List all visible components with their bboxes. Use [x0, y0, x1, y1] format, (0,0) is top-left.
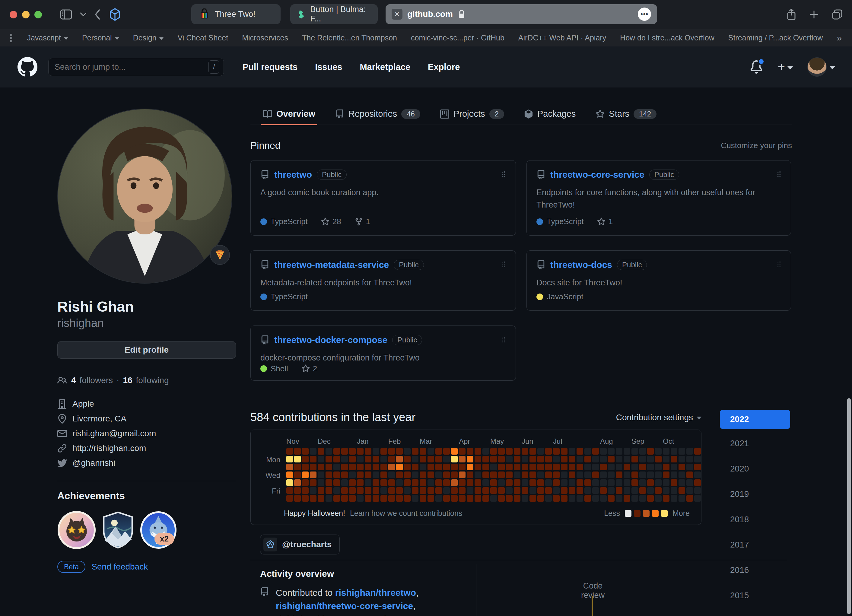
contribution-cell[interactable] — [286, 471, 293, 478]
contribution-cell[interactable] — [506, 464, 512, 470]
contribution-cell[interactable] — [616, 456, 622, 462]
contribution-cell[interactable] — [545, 487, 552, 494]
contribution-cell[interactable] — [459, 479, 465, 486]
contribution-cell[interactable] — [373, 495, 379, 502]
contribution-cell[interactable] — [467, 471, 473, 478]
contribution-cell[interactable] — [286, 479, 293, 486]
contribution-cell[interactable] — [333, 464, 340, 470]
repo-link[interactable]: threetwo-metadata-service — [274, 260, 389, 270]
contribution-cell[interactable] — [349, 495, 356, 502]
contribution-cell[interactable] — [514, 471, 520, 478]
contribution-cell[interactable] — [474, 448, 481, 454]
contribution-cell[interactable] — [678, 471, 685, 478]
contribution-cell[interactable] — [404, 479, 411, 486]
contribution-cell[interactable] — [451, 464, 458, 470]
contribution-cell[interactable] — [577, 495, 583, 502]
contribution-cell[interactable] — [482, 495, 489, 502]
contribution-cell[interactable] — [694, 456, 701, 462]
contribution-cell[interactable] — [600, 448, 607, 454]
contribution-cell[interactable] — [420, 479, 426, 486]
contribution-cell[interactable] — [694, 464, 701, 470]
contribution-cell[interactable] — [326, 487, 332, 494]
contribution-cell[interactable] — [514, 464, 520, 470]
contribution-cell[interactable] — [671, 464, 677, 470]
contribution-cell[interactable] — [655, 464, 662, 470]
contribution-cell[interactable] — [498, 456, 505, 462]
contribution-cell[interactable] — [663, 479, 669, 486]
starstruck-badge[interactable] — [57, 511, 96, 550]
contribution-cell[interactable] — [412, 456, 418, 462]
contribution-cell[interactable] — [522, 495, 528, 502]
bookmark-item[interactable]: Streaming / P...ack Overflow — [728, 33, 823, 42]
contribution-cell[interactable] — [326, 456, 332, 462]
contribution-cell[interactable] — [467, 448, 473, 454]
contributed-repo-link[interactable]: rishighan/threetwo — [335, 588, 416, 598]
contribution-cell[interactable] — [435, 464, 442, 470]
create-new-button[interactable]: + — [778, 60, 793, 74]
contribution-cell[interactable] — [529, 479, 536, 486]
contribution-cell[interactable] — [474, 479, 481, 486]
contribution-cell[interactable] — [459, 464, 465, 470]
contribution-cell[interactable] — [663, 456, 669, 462]
contribution-cell[interactable] — [302, 479, 309, 486]
contribution-cell[interactable] — [694, 495, 701, 502]
bookmark-item[interactable]: comic-vine-sc...per · GitHub — [411, 33, 505, 42]
contribution-cell[interactable] — [396, 479, 403, 486]
contribution-cell[interactable] — [412, 479, 418, 486]
contribution-cell[interactable] — [373, 448, 379, 454]
contribution-cell[interactable] — [514, 487, 520, 494]
contribution-cell[interactable] — [482, 456, 489, 462]
contribution-cell[interactable] — [428, 479, 434, 486]
contribution-cell[interactable] — [545, 479, 552, 486]
contribution-cell[interactable] — [616, 448, 622, 454]
contribution-cell[interactable] — [569, 471, 576, 478]
contribution-cell[interactable] — [286, 448, 293, 454]
contribution-cell[interactable] — [443, 456, 450, 462]
contribution-cell[interactable] — [286, 487, 293, 494]
contribution-cell[interactable] — [357, 495, 364, 502]
contribution-cell[interactable] — [522, 471, 528, 478]
contribution-cell[interactable] — [655, 471, 662, 478]
contribution-cell[interactable] — [647, 471, 654, 478]
tab-overview-icon[interactable] — [831, 9, 843, 20]
contribution-cell[interactable] — [467, 479, 473, 486]
contribution-cell[interactable] — [671, 487, 677, 494]
contribution-cell[interactable] — [420, 464, 426, 470]
contribution-cell[interactable] — [686, 456, 693, 462]
contribution-cell[interactable] — [608, 448, 615, 454]
contribution-cell[interactable] — [404, 464, 411, 470]
contribution-cell[interactable] — [694, 487, 701, 494]
contribution-cell[interactable] — [631, 464, 638, 470]
contribution-cell[interactable] — [600, 487, 607, 494]
contribution-cell[interactable] — [490, 479, 497, 486]
contribution-cell[interactable] — [671, 448, 677, 454]
contribution-cell[interactable] — [592, 495, 599, 502]
contribution-cell[interactable] — [592, 487, 599, 494]
arctic-code-vault-badge[interactable] — [101, 511, 134, 550]
contribution-cell[interactable] — [529, 495, 536, 502]
contribution-cell[interactable] — [624, 495, 630, 502]
contribution-cell[interactable] — [318, 464, 324, 470]
contribution-cell[interactable] — [381, 456, 387, 462]
contribution-cell[interactable] — [592, 464, 599, 470]
contribution-cell[interactable] — [474, 464, 481, 470]
bookmarks-overflow-icon[interactable]: » — [837, 33, 842, 43]
contribution-cell[interactable] — [537, 448, 544, 454]
contribution-cell[interactable] — [592, 456, 599, 462]
contribution-cell[interactable] — [522, 487, 528, 494]
contribution-cell[interactable] — [545, 456, 552, 462]
tab-repositories[interactable]: Repositories46 — [335, 103, 420, 125]
contribution-cell[interactable] — [474, 495, 481, 502]
contribution-cell[interactable] — [608, 479, 615, 486]
contribution-cell[interactable] — [310, 448, 316, 454]
repo-forks[interactable]: 1 — [355, 217, 370, 226]
year-2020[interactable]: 2020 — [720, 456, 791, 482]
contribution-cell[interactable] — [286, 495, 293, 502]
contribution-cell[interactable] — [302, 495, 309, 502]
customize-pins-link[interactable]: Customize your pins — [721, 141, 792, 150]
contribution-cell[interactable] — [490, 456, 497, 462]
browser-tab-threetwo[interactable]: Three Two! — [191, 4, 281, 24]
contribution-cell[interactable] — [318, 448, 324, 454]
contribution-cell[interactable] — [592, 471, 599, 478]
contribution-cell[interactable] — [647, 448, 654, 454]
